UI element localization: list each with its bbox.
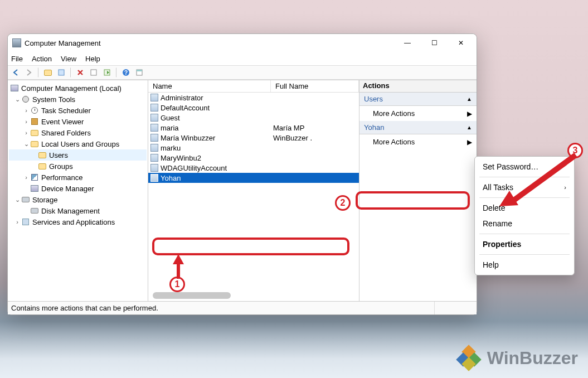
tree-system-tools[interactable]: ⌄ System Tools: [9, 94, 147, 105]
export-button[interactable]: [101, 67, 113, 78]
cell-name-text: Administrator: [161, 94, 203, 102]
menu-view[interactable]: View: [61, 55, 76, 63]
expand-icon[interactable]: ⌄: [13, 96, 21, 103]
menubar: File Action View Help: [8, 52, 477, 65]
statusbar: Contains more actions that can be perfor…: [8, 301, 477, 314]
list-row[interactable]: Yohan: [148, 173, 359, 183]
list-row[interactable]: Guest: [148, 113, 359, 123]
watermark-logo-icon: [456, 347, 482, 369]
forward-button[interactable]: [23, 67, 35, 78]
expand-icon[interactable]: ›: [22, 118, 30, 125]
ctx-all-tasks[interactable]: All Tasks ›: [475, 180, 574, 195]
tree-device-manager[interactable]: Device Manager: [9, 183, 147, 194]
back-button[interactable]: [10, 67, 21, 78]
list-row[interactable]: WDAGUtilityAccount: [148, 163, 359, 173]
user-icon: [150, 174, 158, 182]
tree-local-users[interactable]: ⌄ Local Users and Groups: [9, 138, 147, 149]
ctx-rename[interactable]: Rename: [475, 216, 574, 231]
close-button[interactable]: ✕: [450, 35, 472, 51]
tree-root[interactable]: Computer Management (Local): [9, 83, 147, 94]
minimize-button[interactable]: —: [396, 35, 419, 51]
svg-rect-1: [91, 70, 96, 75]
user-icon: [150, 114, 158, 122]
tree-label: Task Scheduler: [41, 106, 91, 115]
ctx-label: All Tasks: [483, 183, 513, 192]
menu-help[interactable]: Help: [85, 55, 100, 63]
cell-name: maria: [148, 124, 271, 132]
tree-label: Local Users and Groups: [41, 140, 119, 148]
tree-groups[interactable]: Groups: [9, 161, 147, 172]
refresh-button[interactable]: [88, 67, 99, 78]
up-folder-button[interactable]: [42, 67, 54, 78]
cell-name: DefaultAccount: [148, 104, 271, 112]
tree-performance[interactable]: › Performance: [9, 172, 147, 183]
expand-icon[interactable]: ›: [22, 129, 30, 136]
help-button[interactable]: ?: [120, 67, 132, 78]
column-name[interactable]: Name: [148, 80, 271, 92]
tree-event-viewer[interactable]: › Event Viewer: [9, 116, 147, 127]
tree-services[interactable]: › Services and Applications: [9, 216, 147, 227]
submenu-arrow-icon: ›: [564, 184, 566, 191]
list-row[interactable]: Administrator: [148, 93, 359, 103]
computer-icon: [10, 84, 19, 93]
tree-label: Performance: [41, 173, 82, 182]
column-fullname[interactable]: Full Name: [271, 80, 359, 92]
titlebar[interactable]: Computer Management — ☐ ✕: [8, 34, 477, 52]
ctx-set-password[interactable]: Set Password…: [475, 159, 574, 175]
menu-file[interactable]: File: [11, 55, 23, 63]
tree-label: System Tools: [32, 95, 75, 104]
tree-users[interactable]: Users: [9, 149, 147, 161]
folder-icon: [38, 162, 47, 171]
expand-icon[interactable]: ⌄: [22, 140, 30, 148]
cell-name-text: DefaultAccount: [161, 104, 210, 112]
folder-icon: [30, 128, 39, 137]
toolbar-sep2: [70, 67, 71, 77]
list-row[interactable]: María WinbuzzerWinBuzzer .: [148, 133, 359, 143]
expand-icon[interactable]: ⌄: [13, 196, 21, 203]
services-icon: [21, 217, 30, 226]
expand-icon[interactable]: ›: [13, 219, 21, 225]
tree-shared-folders[interactable]: › Shared Folders: [9, 127, 147, 138]
expand-icon[interactable]: ›: [22, 174, 30, 181]
ctx-label: Set Password…: [483, 162, 538, 171]
maximize-button[interactable]: ☐: [423, 35, 445, 51]
tree-disk-management[interactable]: Disk Management: [9, 205, 147, 216]
list-row[interactable]: mariaMaría MP: [148, 123, 359, 133]
tree-label: Groups: [49, 162, 73, 171]
tree-task-scheduler[interactable]: › Task Scheduler: [9, 105, 147, 116]
actions-more-yohan[interactable]: More Actions ▶: [359, 134, 477, 149]
actions-more-users[interactable]: More Actions ▶: [359, 106, 477, 121]
actions-section-yohan[interactable]: Yohan ▲: [359, 121, 477, 134]
user-icon: [150, 164, 158, 172]
actions-title: Actions: [359, 80, 477, 93]
tree-storage[interactable]: ⌄ Storage: [9, 194, 147, 205]
watermark: WinBuzzer: [456, 347, 578, 369]
statusbar-right: [434, 302, 473, 314]
cell-name: María Winbuzzer: [148, 134, 271, 142]
menu-action[interactable]: Action: [32, 55, 52, 63]
ctx-label: Rename: [483, 219, 512, 228]
list-row[interactable]: DefaultAccount: [148, 103, 359, 113]
cell-name-text: Yohan: [161, 174, 181, 182]
tree-pane[interactable]: Computer Management (Local) ⌄ System Too…: [8, 80, 148, 301]
ctx-properties[interactable]: Properties: [475, 236, 574, 252]
actions-section-users[interactable]: Users ▲: [359, 93, 477, 106]
ctx-label: Properties: [483, 240, 521, 249]
tree-label: Device Manager: [41, 185, 94, 193]
horizontal-scrollbar[interactable]: [153, 292, 231, 299]
cell-name-text: marku: [161, 144, 181, 152]
cell-name-text: María Winbuzzer: [161, 134, 215, 142]
expand-icon[interactable]: ›: [22, 107, 30, 114]
window-controls: — ☐ ✕: [396, 35, 472, 51]
ctx-help[interactable]: Help: [475, 257, 574, 273]
properties-button[interactable]: [56, 67, 67, 78]
clock-icon: [30, 106, 39, 115]
list-row[interactable]: MaryWinbu2: [148, 153, 359, 163]
ctx-label: Help: [483, 260, 499, 269]
delete-button[interactable]: [75, 67, 86, 78]
ctx-delete[interactable]: Delete: [475, 200, 574, 216]
cell-name: marku: [148, 144, 271, 152]
view-button[interactable]: [134, 67, 145, 78]
list-row[interactable]: marku: [148, 143, 359, 153]
list-pane[interactable]: Name Full Name AdministratorDefaultAccou…: [148, 80, 359, 301]
